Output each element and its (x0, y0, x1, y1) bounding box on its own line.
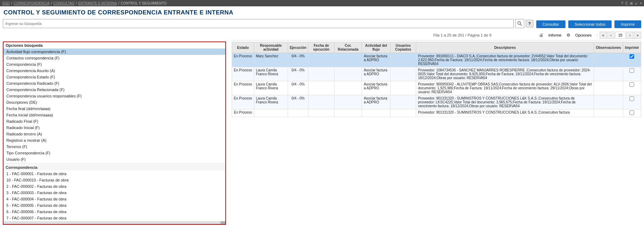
breadcrumb-sgd[interactable]: SGD (2, 1, 10, 5)
td-usuarios-copiados (390, 53, 416, 67)
dropdown-item-13[interactable]: Radicado tercero (A) (4, 131, 225, 137)
dropdown-item-1[interactable]: Contactos correspondencia (F) (4, 55, 225, 61)
breadcrumb-correspondencia[interactable]: CORRESPONDENCIA (13, 1, 49, 5)
dropdown-item-10[interactable]: Fecha inicial (dd/mm/aaaa) (4, 112, 225, 118)
page-first-button[interactable]: « (600, 32, 607, 39)
dropdown-item-3[interactable]: Correspondencia Asunto (A) (4, 68, 225, 74)
dropdown-item-7[interactable]: Correspondencia usuarios responsables (F… (4, 93, 225, 99)
dropdown-item-9[interactable]: Fecha final (dd/mm/aaaa) (4, 106, 225, 112)
td-observaciones (594, 109, 623, 117)
td-observaciones (594, 67, 623, 81)
svg-point-0 (518, 22, 520, 25)
search-input[interactable] (3, 19, 514, 28)
search-dropdown: Opciones búsqueda Actividad flujo corres… (3, 42, 226, 225)
td-estado: En Proceso (232, 109, 254, 117)
th-cor-relacionada: Cor. Relacionada (334, 42, 362, 53)
dropdown-correspondencia-header: Correspondencia (4, 164, 225, 171)
td-estado: En Proceso (232, 95, 254, 109)
dropdown-item-11[interactable]: Radicado Final (F) (4, 118, 225, 124)
opciones-button[interactable]: Opciones (573, 32, 594, 38)
td-responsable: Laura Camila Franco Rivera (254, 67, 288, 81)
td-fecha-ejecucion (308, 109, 334, 117)
table-row: En ProcesoLaura Camila Franco Rivera0/4 … (232, 67, 641, 81)
th-actividad-flujo: Actividad del flujo (362, 42, 390, 53)
consultar-button[interactable]: Consultar (536, 20, 565, 28)
dropdown-corr-1[interactable]: 10 - FAC-000010 - Facturas de obra (4, 177, 225, 183)
imprimir-checkbox[interactable] (630, 96, 634, 101)
page-next-button[interactable]: › (626, 32, 633, 39)
table-row: En ProcesoLaura Camila Franco Rivera0/4 … (232, 81, 641, 95)
td-responsable: Laura Camila Franco Rivera (254, 95, 288, 109)
th-fecha-ejecucion: Fecha de ejecución (308, 42, 334, 53)
imprimir-checkbox[interactable] (630, 110, 634, 115)
imprimir-checkbox[interactable] (630, 82, 634, 87)
page-title: CONTROL Y SEGUIMIENTO DE CORRESPONDENCIA… (4, 9, 640, 16)
dropdown-item-4[interactable]: Correspondencia Estado (F) (4, 74, 225, 80)
th-estado: Estado (232, 42, 254, 53)
td-descriptores: Proveedor: 891800111 - DIACO S.A.;Consec… (416, 53, 594, 67)
dropdown-corr-2[interactable]: 2 - FAC-000002 - Facturas de obra (4, 183, 225, 190)
dropdown-item-12[interactable]: Radicado Inicial (F) (4, 124, 225, 131)
td-usuarios-copiados (390, 109, 416, 117)
refresh-nav-icon[interactable]: C (625, 1, 628, 5)
td-cor-relacionada (334, 109, 362, 117)
dropdown-corr-0[interactable]: 1 - FAC-000001 - Facturas de obra (4, 171, 225, 177)
minimize-nav-icon[interactable]: ↙ (635, 1, 638, 5)
dropdown-item-5[interactable]: Correspondencia Radicado (F) (4, 80, 225, 87)
dropdown-corr-6[interactable]: 6 - FAC-000006 - Facturas de obra (4, 209, 225, 215)
dropdown-item-17[interactable]: Usuario (F) (4, 156, 225, 162)
imprimir-button[interactable]: Imprimir (614, 20, 641, 28)
td-actividad-flujo: Asociar factura a ADPRO (362, 53, 390, 67)
dropdown-corr-7[interactable]: 7 - FAC-000007 - Facturas de obra (4, 215, 225, 221)
td-actividad-flujo: Asociar factura a ADPRO (362, 67, 390, 81)
td-imprimir[interactable] (623, 109, 641, 117)
top-nav-bar: SGD / CORRESPONDENCIA / CONSULTAS / ENTR… (0, 0, 644, 6)
dropdown-item-8[interactable]: Descriptores (DE) (4, 99, 225, 106)
td-imprimir[interactable] (623, 53, 641, 67)
table-row: En ProcesoMary Sanchez0/4 - 0%Asociar fa… (232, 53, 641, 67)
page-prev-button[interactable]: ‹ (607, 32, 614, 39)
grid-nav-icon[interactable]: ⊞ (630, 1, 633, 5)
help-nav-icon[interactable]: ? (621, 1, 623, 5)
informe-button[interactable]: Informe (545, 32, 564, 38)
td-responsable (254, 109, 288, 117)
help-button[interactable]: ? (526, 20, 533, 27)
dropdown-item-6[interactable]: Correspondencia Relacionada (F) (4, 87, 225, 93)
dropdown-item-2[interactable]: Correspondencia (F) (4, 61, 225, 68)
dropdown-item-15[interactable]: Terceros (F) (4, 143, 225, 150)
td-fecha-ejecucion (308, 95, 334, 109)
imprimir-checkbox[interactable] (630, 54, 634, 59)
page-size-input[interactable] (615, 32, 626, 39)
close-nav-icon[interactable]: × (640, 1, 642, 5)
search-button[interactable] (515, 19, 524, 28)
dropdown-corr-4[interactable]: 4 - FAC-000004 - Facturas de obra (4, 196, 225, 202)
td-estado: En Proceso (232, 81, 254, 95)
th-observaciones: Observaciones (594, 42, 623, 53)
table-header-row: Estado Responsable actividad Ejecución F… (232, 42, 641, 53)
table-container: Estado Responsable actividad Ejecución F… (232, 42, 641, 249)
dropdown-item-16[interactable]: Tipo Correspondencia (F) (4, 150, 225, 156)
breadcrumb-consultas[interactable]: CONSULTAS (53, 1, 74, 5)
data-table: Estado Responsable actividad Ejecución F… (232, 42, 641, 117)
td-descriptores: Proveedor: 901331320 - SUMINISTROS Y CON… (416, 95, 594, 109)
dropdown-item-14[interactable]: Registros a mostrar (A) (4, 137, 225, 143)
dropdown-corr-3[interactable]: 3 - FAC-000003 - Facturas de obra (4, 190, 225, 196)
td-actividad-flujo (362, 109, 390, 117)
td-usuarios-copiados (390, 81, 416, 95)
td-estado: En Proceso (232, 53, 254, 67)
dropdown-corr-5[interactable]: 5 - FAC-000005 - Facturas de obra (4, 202, 225, 209)
dropdown-item-0[interactable]: Actividad flujo correspondencia (F) (4, 49, 225, 55)
imprimir-checkbox[interactable] (630, 68, 634, 73)
td-cor-relacionada (334, 67, 362, 81)
td-observaciones (594, 53, 623, 67)
td-fecha-ejecucion (308, 53, 334, 67)
gear-icon: ⚙ (567, 33, 570, 38)
td-imprimir[interactable] (623, 81, 641, 95)
seleccionar-todos-button[interactable]: Seleccionar todos (568, 20, 612, 28)
td-fecha-ejecucion (308, 67, 334, 81)
breadcrumb-entrante[interactable]: ENTRANTE E INTERNA (78, 1, 117, 5)
page-last-button[interactable]: » (634, 32, 641, 39)
page-header: CONTROL Y SEGUIMIENTO DE CORRESPONDENCIA… (0, 6, 644, 18)
td-imprimir[interactable] (623, 95, 641, 109)
td-imprimir[interactable] (623, 67, 641, 81)
